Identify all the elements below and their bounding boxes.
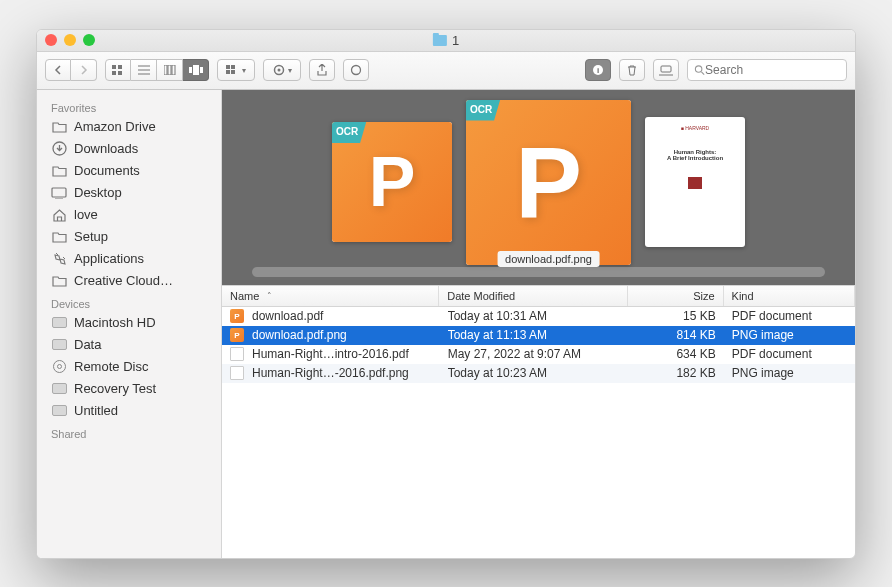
disc-icon xyxy=(51,360,67,374)
window-title: 1 xyxy=(433,33,459,48)
sidebar-item-label: Setup xyxy=(74,229,108,244)
zoom-button[interactable] xyxy=(83,34,95,46)
file-size: 814 KB xyxy=(629,326,724,345)
file-icon xyxy=(230,366,244,380)
preview-thumb-prev[interactable]: OCRP xyxy=(332,122,452,242)
column-name[interactable]: Name˄ xyxy=(222,286,439,306)
tags-button[interactable] xyxy=(343,59,369,81)
view-buttons xyxy=(105,59,209,81)
sidebar-item[interactable]: Applications xyxy=(37,248,221,270)
file-size: 634 KB xyxy=(629,345,724,364)
preview-thumb-next[interactable]: ■ HARVARD Human Rights:A Brief Introduct… xyxy=(645,117,745,247)
arrange-button[interactable]: ▾ xyxy=(217,59,255,81)
sidebar-item[interactable]: Macintosh HD xyxy=(37,312,221,334)
search-field[interactable] xyxy=(687,59,847,81)
sidebar-item-label: love xyxy=(74,207,98,222)
sidebar-item[interactable]: Creative Cloud… xyxy=(37,270,221,292)
action-button[interactable]: ▾ xyxy=(263,59,301,81)
sidebar: FavoritesAmazon DriveDownloadsDocumentsD… xyxy=(37,90,222,558)
sidebar-item[interactable]: Downloads xyxy=(37,138,221,160)
sidebar-item[interactable]: Remote Disc xyxy=(37,356,221,378)
title-text: 1 xyxy=(452,33,459,48)
sidebar-item-label: Downloads xyxy=(74,141,138,156)
nav-buttons xyxy=(45,59,97,81)
file-kind: PDF document xyxy=(724,307,855,326)
window-controls xyxy=(45,34,95,46)
close-button[interactable] xyxy=(45,34,57,46)
file-icon xyxy=(230,309,244,323)
file-date: Today at 10:31 AM xyxy=(440,307,629,326)
sidebar-item-label: Documents xyxy=(74,163,140,178)
svg-rect-3 xyxy=(118,71,122,75)
coverflow-scrollbar[interactable] xyxy=(252,267,825,277)
sidebar-item-label: Creative Cloud… xyxy=(74,273,173,288)
sidebar-item-label: Amazon Drive xyxy=(74,119,156,134)
file-date: May 27, 2022 at 9:07 AM xyxy=(440,345,629,364)
file-kind: PNG image xyxy=(724,326,855,345)
sidebar-item[interactable]: love xyxy=(37,204,221,226)
column-date[interactable]: Date Modified xyxy=(439,286,628,306)
sidebar-item-label: Macintosh HD xyxy=(74,315,156,330)
connect-button[interactable] xyxy=(653,59,679,81)
applications-icon xyxy=(51,252,67,266)
trash-button[interactable] xyxy=(619,59,645,81)
svg-rect-9 xyxy=(172,65,175,75)
folder-icon xyxy=(51,274,67,288)
sidebar-section-header: Favorites xyxy=(37,96,221,116)
svg-rect-22 xyxy=(661,66,671,72)
content-area: OCRP OCRP download.pdf.png ■ HARVARD Hum… xyxy=(222,90,855,558)
search-input[interactable] xyxy=(705,63,840,77)
titlebar: 1 xyxy=(37,30,855,52)
svg-rect-14 xyxy=(231,65,235,69)
coverflow-preview[interactable]: OCRP OCRP download.pdf.png ■ HARVARD Hum… xyxy=(222,90,855,285)
file-row[interactable]: download.pdfToday at 10:31 AM15 KBPDF do… xyxy=(222,307,855,326)
file-date: Today at 10:23 AM xyxy=(440,364,629,383)
file-name: download.pdf xyxy=(252,309,323,323)
column-size[interactable]: Size xyxy=(628,286,724,306)
file-row[interactable]: Human-Right…-2016.pdf.pngToday at 10:23 … xyxy=(222,364,855,383)
sidebar-item[interactable]: Desktop xyxy=(37,182,221,204)
svg-rect-11 xyxy=(193,65,199,75)
list-view-button[interactable] xyxy=(131,59,157,81)
svg-point-24 xyxy=(695,66,701,72)
file-kind: PDF document xyxy=(724,345,855,364)
svg-rect-16 xyxy=(231,70,235,74)
preview-thumb-current[interactable]: OCRP download.pdf.png xyxy=(466,100,631,265)
preview-filename: download.pdf.png xyxy=(497,251,600,267)
download-icon xyxy=(51,142,67,156)
forward-button[interactable] xyxy=(71,59,97,81)
file-icon xyxy=(230,328,244,342)
column-view-button[interactable] xyxy=(157,59,183,81)
svg-rect-15 xyxy=(226,70,230,74)
sidebar-item-label: Recovery Test xyxy=(74,381,156,396)
file-date: Today at 11:13 AM xyxy=(440,326,629,345)
svg-rect-13 xyxy=(226,65,230,69)
file-name: download.pdf.png xyxy=(252,328,347,342)
svg-rect-0 xyxy=(112,65,116,69)
sidebar-item[interactable]: Setup xyxy=(37,226,221,248)
sidebar-item[interactable]: Amazon Drive xyxy=(37,116,221,138)
file-row[interactable]: Human-Right…intro-2016.pdfMay 27, 2022 a… xyxy=(222,345,855,364)
column-headers: Name˄ Date Modified Size Kind xyxy=(222,285,855,307)
sidebar-item-label: Data xyxy=(74,337,101,352)
svg-point-18 xyxy=(278,69,281,72)
column-kind[interactable]: Kind xyxy=(724,286,855,306)
coverflow-view-button[interactable] xyxy=(183,59,209,81)
file-size: 182 KB xyxy=(629,364,724,383)
icon-view-button[interactable] xyxy=(105,59,131,81)
sidebar-item-label: Applications xyxy=(74,251,144,266)
file-icon xyxy=(230,347,244,361)
info-button[interactable]: i xyxy=(585,59,611,81)
hd-icon xyxy=(51,382,67,396)
sidebar-item[interactable]: Documents xyxy=(37,160,221,182)
minimize-button[interactable] xyxy=(64,34,76,46)
sidebar-item[interactable]: Data xyxy=(37,334,221,356)
file-row[interactable]: download.pdf.pngToday at 11:13 AM814 KBP… xyxy=(222,326,855,345)
svg-rect-10 xyxy=(189,67,192,73)
back-button[interactable] xyxy=(45,59,71,81)
file-list: download.pdfToday at 10:31 AM15 KBPDF do… xyxy=(222,307,855,558)
share-button[interactable] xyxy=(309,59,335,81)
sidebar-item[interactable]: Untitled xyxy=(37,400,221,422)
file-name: Human-Right…-2016.pdf.png xyxy=(252,366,409,380)
sidebar-item[interactable]: Recovery Test xyxy=(37,378,221,400)
